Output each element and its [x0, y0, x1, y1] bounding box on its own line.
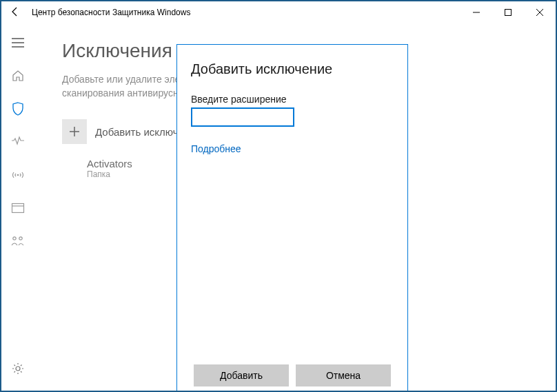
more-link[interactable]: Подробнее	[191, 143, 394, 154]
shield-icon[interactable]	[1, 101, 34, 117]
add-button[interactable]: Добавить	[194, 364, 289, 386]
svg-rect-1	[505, 10, 512, 16]
sidebar	[1, 23, 34, 391]
add-exclusion-dialog: Добавить исключение Введите расширение П…	[176, 44, 408, 392]
maximize-button[interactable]	[492, 1, 524, 23]
network-icon[interactable]	[1, 167, 34, 183]
svg-point-7	[16, 367, 20, 371]
window-controls	[460, 1, 556, 23]
extension-input[interactable]	[191, 107, 294, 127]
dialog-buttons: Добавить Отмена	[191, 364, 394, 389]
titlebar: Центр безопасности Защитника Windows	[1, 1, 556, 23]
back-button[interactable]	[1, 6, 29, 19]
plus-icon	[62, 119, 87, 144]
menu-icon[interactable]	[1, 34, 34, 51]
app-window: Центр безопасности Защитника Windows	[0, 0, 557, 392]
svg-rect-3	[12, 204, 24, 213]
svg-point-5	[13, 237, 16, 240]
svg-point-6	[19, 237, 22, 240]
family-icon[interactable]	[1, 233, 34, 249]
minimize-button[interactable]	[460, 1, 492, 23]
close-button[interactable]	[524, 1, 556, 23]
cancel-button[interactable]: Отмена	[296, 364, 391, 386]
heart-icon[interactable]	[1, 134, 34, 150]
apps-icon[interactable]	[1, 200, 34, 216]
window-title: Центр безопасности Защитника Windows	[29, 8, 460, 17]
svg-point-2	[17, 174, 19, 176]
dialog-title: Добавить исключение	[191, 61, 394, 77]
settings-icon[interactable]	[1, 360, 34, 377]
home-icon[interactable]	[1, 68, 34, 84]
extension-input-label: Введите расширение	[191, 94, 394, 105]
